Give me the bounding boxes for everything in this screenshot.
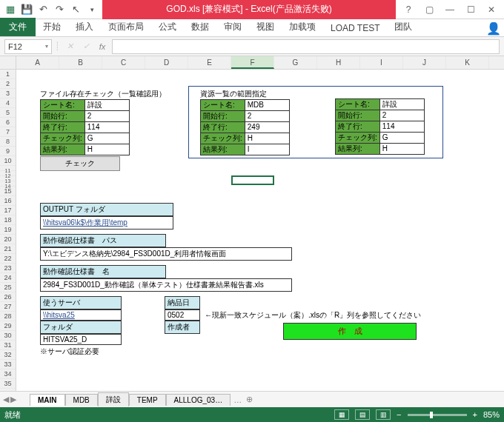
ribbon-tab[interactable]: 插入 xyxy=(68,18,101,36)
col-header[interactable]: D xyxy=(145,56,188,69)
table-value: G xyxy=(84,133,129,144)
col-header[interactable]: E xyxy=(188,56,231,69)
col-header[interactable]: C xyxy=(102,56,145,69)
cancel-icon[interactable]: ✕ xyxy=(63,40,76,53)
row-header[interactable]: 24 xyxy=(0,273,16,283)
sheet-content[interactable]: ファイル存在チェック（一覧確認用） シート名:詳設開始行:2終了行:114チェッ… xyxy=(16,70,504,400)
col-header[interactable]: A xyxy=(16,56,59,69)
output-path[interactable]: \\hitsva06\k$\作業用\temp xyxy=(40,216,173,230)
col-header[interactable]: G xyxy=(274,56,317,69)
undo-icon[interactable]: ↶ xyxy=(36,2,50,17)
name-box[interactable]: F12▾ xyxy=(4,39,52,54)
row-header[interactable]: 25 xyxy=(0,283,16,292)
add-sheet-icon[interactable]: ⊕ xyxy=(242,393,257,406)
col-header[interactable]: F xyxy=(231,56,274,69)
file-tab[interactable]: 文件 xyxy=(0,18,36,36)
close-icon[interactable]: ✕ xyxy=(482,2,501,17)
sheet-next-icon[interactable]: ▶ xyxy=(10,395,16,404)
spreadsheet-grid[interactable]: A B C D E F G H I J K 123456789101112131… xyxy=(0,56,504,400)
row-header[interactable]: 2 xyxy=(0,79,16,89)
ribbon-tab[interactable]: 开始 xyxy=(36,18,68,36)
formula-input[interactable] xyxy=(112,39,500,54)
row-header[interactable]: 33 xyxy=(0,360,16,369)
row-header[interactable]: 17 xyxy=(0,206,16,215)
row-header[interactable]: 14 xyxy=(0,181,16,187)
row-header[interactable]: 11 xyxy=(0,166,16,171)
maximize-icon[interactable]: ☐ xyxy=(461,2,480,17)
row-header[interactable]: 23 xyxy=(0,264,16,273)
row-header[interactable]: 26 xyxy=(0,292,16,302)
row-header[interactable]: 9 xyxy=(0,147,16,156)
ribbon-tab[interactable]: 页面布局 xyxy=(101,18,151,36)
sheet-more-icon[interactable]: … xyxy=(233,395,242,404)
ribbon-tab[interactable]: 加载项 xyxy=(282,18,323,36)
row-header[interactable]: 29 xyxy=(0,321,16,331)
row-header[interactable]: 6 xyxy=(0,118,16,127)
row-header[interactable]: 27 xyxy=(0,302,16,312)
row-header[interactable]: 21 xyxy=(0,244,16,254)
resource-range-table: シート名:MDB開始行:2終了行:249チェック列:H結果列:I xyxy=(200,99,290,155)
row-header[interactable]: 7 xyxy=(0,127,16,137)
col-header[interactable]: I xyxy=(360,56,403,69)
col-header[interactable]: J xyxy=(403,56,446,69)
sheet-tab[interactable]: TEMP xyxy=(129,394,166,406)
zoom-in-icon[interactable]: + xyxy=(473,410,477,419)
user-icon[interactable]: 👤 xyxy=(483,20,504,36)
col-header[interactable]: K xyxy=(446,56,489,69)
sheet-tab[interactable]: MDB xyxy=(65,394,98,406)
ribbon-tab[interactable]: 视图 xyxy=(249,18,282,36)
save-icon[interactable]: 💾 xyxy=(19,2,34,17)
check-button[interactable]: チェック xyxy=(40,156,120,171)
ribbon-tab[interactable]: 团队 xyxy=(387,18,420,36)
ribbon-options-icon[interactable]: ▢ xyxy=(420,2,439,17)
help-icon[interactable]: ? xyxy=(399,2,418,17)
ribbon-tab[interactable]: 数据 xyxy=(184,18,216,36)
row-header[interactable]: 13 xyxy=(0,176,16,181)
row-header[interactable]: 30 xyxy=(0,331,16,341)
table-label: 結果列: xyxy=(201,144,245,155)
zoom-slider[interactable] xyxy=(408,414,467,416)
ribbon-tab[interactable]: LOAD TEST xyxy=(323,20,387,36)
create-button[interactable]: 作 成 xyxy=(283,323,417,340)
qat-more-icon[interactable]: ▾ xyxy=(84,2,99,17)
page-break-view-icon[interactable]: ▥ xyxy=(376,409,391,420)
row-header[interactable]: 22 xyxy=(0,254,16,264)
redo-icon[interactable]: ↷ xyxy=(52,2,67,17)
row-header[interactable]: 3 xyxy=(0,89,16,98)
row-header[interactable]: 18 xyxy=(0,215,16,225)
zoom-out-icon[interactable]: − xyxy=(397,410,401,419)
col-header[interactable]: H xyxy=(317,56,360,69)
server-host[interactable]: \\hitsva25 xyxy=(40,309,122,321)
col-header[interactable]: B xyxy=(59,56,102,69)
enter-icon[interactable]: ✓ xyxy=(79,40,93,53)
row-header[interactable]: 15 xyxy=(0,187,16,196)
sheet-prev-icon[interactable]: ◀ xyxy=(3,395,9,404)
row-header[interactable]: 1 xyxy=(0,70,16,79)
row-header[interactable]: 8 xyxy=(0,137,16,147)
row-header[interactable]: 34 xyxy=(0,369,16,379)
row-header[interactable]: 12 xyxy=(0,171,16,176)
row-header[interactable]: 10 xyxy=(0,156,16,166)
page-layout-view-icon[interactable]: ▤ xyxy=(355,409,370,420)
zoom-value[interactable]: 85% xyxy=(483,410,500,419)
row-header[interactable]: 5 xyxy=(0,108,16,118)
row-header[interactable]: 20 xyxy=(0,235,16,244)
row-header[interactable]: 32 xyxy=(0,350,16,360)
row-header[interactable]: 19 xyxy=(0,225,16,235)
row-header[interactable]: 28 xyxy=(0,312,16,321)
select-all-corner[interactable] xyxy=(0,56,16,69)
row-header[interactable]: 31 xyxy=(0,341,16,350)
pointer-icon[interactable]: ↖ xyxy=(68,2,83,17)
ribbon-tab[interactable]: 公式 xyxy=(151,18,184,36)
minimize-icon[interactable]: — xyxy=(440,2,460,17)
ribbon-tab[interactable]: 审阅 xyxy=(216,18,249,36)
sheet-tab[interactable]: 詳設 xyxy=(98,392,129,406)
sheet-tab[interactable]: ALLLOG_03… xyxy=(166,394,231,406)
row-header[interactable]: 4 xyxy=(0,98,16,108)
row-header[interactable]: 35 xyxy=(0,379,16,389)
fx-icon[interactable]: fx xyxy=(96,40,109,53)
row-header[interactable]: 16 xyxy=(0,196,16,206)
normal-view-icon[interactable]: ▦ xyxy=(334,409,349,420)
chevron-down-icon[interactable]: ▾ xyxy=(45,43,48,50)
sheet-tab[interactable]: MAIN xyxy=(30,394,65,406)
